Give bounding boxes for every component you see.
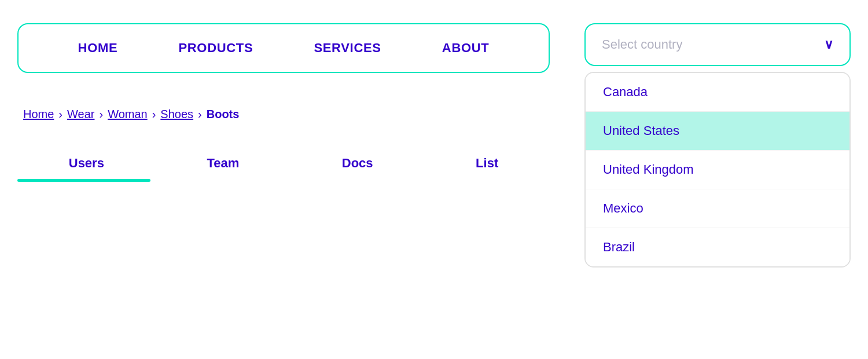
country-option-mexico[interactable]: Mexico: [586, 189, 849, 228]
tab-team[interactable]: Team: [201, 156, 245, 171]
tab-underline-docs: [284, 179, 417, 182]
nav-products[interactable]: PRODUCTS: [178, 41, 253, 56]
tab-users[interactable]: Users: [63, 156, 110, 171]
country-option-canada[interactable]: Canada: [586, 73, 849, 111]
country-option-united-states[interactable]: United States: [586, 111, 849, 150]
country-select-box[interactable]: Select country ∨: [584, 23, 851, 66]
nav-home[interactable]: HOME: [78, 41, 118, 56]
left-section: HOME PRODUCTS SERVICES ABOUT Home › Wear…: [17, 23, 550, 182]
nav-services[interactable]: SERVICES: [314, 41, 381, 56]
breadcrumb-home[interactable]: Home: [23, 108, 54, 121]
country-select-placeholder: Select country: [602, 37, 682, 52]
chevron-down-icon: ∨: [824, 37, 833, 52]
breadcrumb: Home › Wear › Woman › Shoes › Boots: [17, 102, 550, 127]
breadcrumb-sep-2: ›: [99, 108, 103, 121]
breadcrumb-sep-3: ›: [152, 108, 156, 121]
country-dropdown-list: Canada United States United Kingdom Mexi…: [584, 72, 851, 268]
nav-bar: HOME PRODUCTS SERVICES ABOUT: [17, 23, 550, 73]
breadcrumb-boots: Boots: [207, 108, 240, 121]
tabs-row: Users Team Docs List: [17, 156, 550, 179]
tabs-section: Users Team Docs List: [17, 156, 550, 182]
breadcrumb-wear[interactable]: Wear: [67, 108, 94, 121]
tab-underline-team: [150, 179, 284, 182]
country-option-united-kingdom[interactable]: United Kingdom: [586, 150, 849, 189]
tab-underline-users: [17, 179, 150, 182]
country-option-brazil[interactable]: Brazil: [586, 228, 849, 266]
tab-docs[interactable]: Docs: [336, 156, 379, 171]
tab-underline-list: [417, 179, 550, 182]
breadcrumb-sep-4: ›: [198, 108, 202, 121]
tabs-underline: [17, 179, 550, 182]
breadcrumb-shoes[interactable]: Shoes: [160, 108, 193, 121]
breadcrumb-woman[interactable]: Woman: [108, 108, 148, 121]
nav-about[interactable]: ABOUT: [442, 41, 490, 56]
right-section: Select country ∨ Canada United States Un…: [584, 23, 851, 268]
breadcrumb-sep-1: ›: [58, 108, 62, 121]
tab-list[interactable]: List: [470, 156, 504, 171]
